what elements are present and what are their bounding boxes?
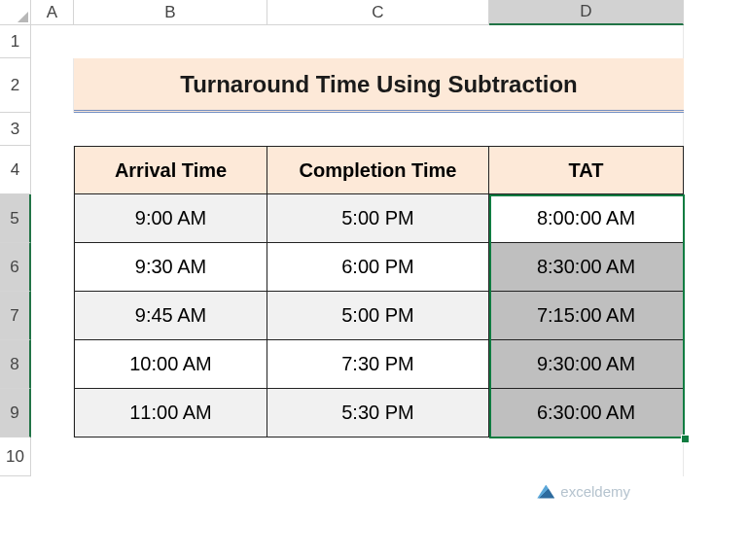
cell[interactable] bbox=[31, 243, 74, 292]
cell-B9[interactable]: 11:00 AM bbox=[74, 389, 267, 438]
cell[interactable] bbox=[31, 58, 74, 113]
col-header-C[interactable]: C bbox=[267, 0, 489, 25]
cell-D8[interactable]: 9:30:00 AM bbox=[489, 340, 684, 389]
cell-B8[interactable]: 10:00 AM bbox=[74, 340, 267, 389]
watermark-text: exceldemy bbox=[560, 483, 630, 500]
cell[interactable] bbox=[31, 194, 74, 243]
row-header-10[interactable]: 10 bbox=[0, 438, 31, 476]
cell[interactable] bbox=[31, 389, 74, 438]
row-header-7[interactable]: 7 bbox=[0, 292, 31, 340]
row-header-4[interactable]: 4 bbox=[0, 146, 31, 194]
table-header-arrival[interactable]: Arrival Time bbox=[74, 146, 267, 194]
cell[interactable] bbox=[31, 438, 684, 476]
col-header-D[interactable]: D bbox=[489, 0, 684, 25]
select-all-corner[interactable] bbox=[0, 0, 31, 25]
row-header-8[interactable]: 8 bbox=[0, 340, 31, 389]
watermark: exceldemy bbox=[537, 483, 630, 500]
cell-D9[interactable]: 6:30:00 AM bbox=[489, 389, 684, 438]
cell-D6[interactable]: 8:30:00 AM bbox=[489, 243, 684, 292]
page-title: Turnaround Time Using Subtraction bbox=[74, 58, 684, 113]
fill-handle[interactable] bbox=[681, 435, 690, 443]
row-header-5[interactable]: 5 bbox=[0, 194, 31, 243]
cell[interactable] bbox=[31, 292, 74, 340]
cell-C5[interactable]: 5:00 PM bbox=[267, 194, 489, 243]
row-header-2[interactable]: 2 bbox=[0, 58, 31, 113]
col-header-A[interactable]: A bbox=[31, 0, 74, 25]
cell-D7[interactable]: 7:15:00 AM bbox=[489, 292, 684, 340]
cell[interactable] bbox=[31, 340, 74, 389]
logo-icon bbox=[537, 485, 554, 499]
row-header-1[interactable]: 1 bbox=[0, 25, 31, 58]
cell-B5[interactable]: 9:00 AM bbox=[74, 194, 267, 243]
cell-C9[interactable]: 5:30 PM bbox=[267, 389, 489, 438]
table-header-tat[interactable]: TAT bbox=[489, 146, 684, 194]
cell[interactable] bbox=[31, 25, 684, 58]
cell[interactable] bbox=[31, 113, 684, 146]
cell-C7[interactable]: 5:00 PM bbox=[267, 292, 489, 340]
col-header-B[interactable]: B bbox=[74, 0, 267, 25]
cell-D5[interactable]: 8:00:00 AM bbox=[489, 194, 684, 243]
cell-C6[interactable]: 6:00 PM bbox=[267, 243, 489, 292]
row-header-3[interactable]: 3 bbox=[0, 113, 31, 146]
cell-B7[interactable]: 9:45 AM bbox=[74, 292, 267, 340]
spreadsheet-grid: A B C D 1 2 Turnaround Time Using Subtra… bbox=[0, 0, 747, 476]
row-header-9[interactable]: 9 bbox=[0, 389, 31, 438]
table-header-completion[interactable]: Completion Time bbox=[267, 146, 489, 194]
cell-C8[interactable]: 7:30 PM bbox=[267, 340, 489, 389]
cell[interactable] bbox=[31, 146, 74, 194]
cell-B6[interactable]: 9:30 AM bbox=[74, 243, 267, 292]
row-header-6[interactable]: 6 bbox=[0, 243, 31, 292]
